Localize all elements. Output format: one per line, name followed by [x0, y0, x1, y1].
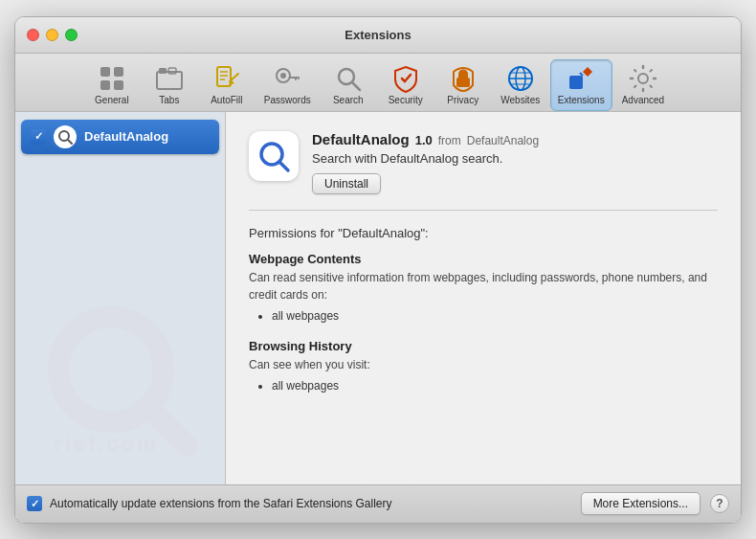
extension-version: 1.0 [415, 133, 433, 147]
websites-label: Websites [500, 95, 540, 105]
svg-rect-2 [100, 80, 110, 90]
svg-line-29 [68, 140, 72, 144]
svg-line-34 [279, 162, 288, 170]
extension-from: from [438, 134, 461, 147]
security-icon [390, 63, 421, 94]
svg-point-30 [58, 317, 164, 422]
toolbar-item-passwords[interactable]: Passwords [256, 59, 319, 111]
sidebar-item-defaultanalog[interactable]: DefaultAnalog [21, 120, 219, 154]
permission-name-history: Browsing History [249, 339, 718, 353]
auto-update-area: Automatically update extensions from the… [27, 496, 571, 511]
svg-line-31 [151, 410, 188, 446]
detail-panel: DefaultAnalog 1.0 from DefaultAnalog Sea… [226, 112, 741, 484]
svg-rect-0 [100, 67, 110, 77]
toolbar-item-security[interactable]: Security [378, 59, 434, 111]
toolbar-item-tabs[interactable]: Tabs [142, 59, 197, 111]
extension-name-sidebar: DefaultAnalog [84, 129, 168, 144]
svg-line-19 [405, 75, 411, 81]
content-area: DefaultAnalog rief.com [15, 112, 741, 484]
passwords-label: Passwords [264, 95, 311, 105]
extension-author: DefaultAnalog [467, 134, 539, 147]
extension-description: Search with DefaultAnalog search. [312, 151, 718, 166]
permission-desc-webpage: Can read sensitive information from webp… [249, 269, 718, 303]
bottom-bar: Automatically update extensions from the… [15, 484, 741, 523]
help-button[interactable]: ? [710, 494, 729, 513]
extension-full-name: DefaultAnalog [312, 131, 410, 147]
extension-title-row: DefaultAnalog 1.0 from DefaultAnalog [312, 131, 718, 147]
tabs-label: Tabs [159, 95, 179, 105]
passwords-icon [272, 63, 302, 94]
permission-group-history: Browsing History Can see when you visit:… [249, 339, 718, 395]
more-extensions-button[interactable]: More Extensions... [581, 492, 700, 515]
extensions-label: Extensions [558, 95, 605, 105]
svg-rect-7 [217, 67, 231, 86]
svg-rect-1 [114, 67, 123, 77]
sidebar-watermark: rief.com [25, 303, 215, 456]
window-controls [27, 29, 78, 41]
toolbar-item-advanced[interactable]: Advanced [614, 59, 672, 111]
svg-rect-20 [456, 78, 470, 87]
search-icon [333, 63, 364, 94]
general-icon [97, 63, 127, 94]
svg-rect-15 [298, 77, 300, 79]
permission-list-history: all webpages [249, 377, 718, 395]
toolbar-item-privacy[interactable]: Privacy [435, 59, 491, 111]
uninstall-button[interactable]: Uninstall [312, 173, 381, 194]
close-button[interactable] [27, 29, 39, 41]
titlebar: Extensions [15, 17, 741, 54]
toolbar-item-websites[interactable]: Websites [493, 59, 548, 111]
general-label: General [95, 95, 129, 105]
svg-rect-13 [289, 77, 299, 79]
permission-list-item: all webpages [272, 377, 718, 395]
permission-list-webpage: all webpages [249, 307, 718, 326]
search-label: Search [333, 95, 364, 105]
websites-icon [505, 63, 536, 94]
svg-line-17 [352, 82, 360, 90]
toolbar-item-extensions[interactable]: Extensions [550, 59, 612, 111]
permission-name-webpage: Webpage Contents [249, 252, 718, 266]
privacy-icon [448, 63, 478, 94]
maximize-button[interactable] [65, 29, 78, 41]
extension-info: DefaultAnalog 1.0 from DefaultAnalog Sea… [312, 131, 718, 194]
permission-desc-history: Can see when you visit: [249, 356, 718, 373]
minimize-button[interactable] [46, 29, 58, 41]
advanced-icon [628, 63, 658, 94]
divider [249, 210, 718, 211]
preferences-window: Extensions General T [14, 16, 742, 524]
toolbar-item-general[interactable]: General [84, 59, 140, 111]
svg-rect-26 [569, 76, 583, 89]
window-title: Extensions [345, 28, 411, 42]
svg-rect-5 [159, 68, 167, 74]
svg-point-27 [638, 74, 648, 83]
extension-icon [249, 131, 299, 181]
toolbar: General Tabs [15, 54, 741, 112]
svg-rect-3 [114, 80, 123, 90]
autofill-label: AutoFill [211, 95, 242, 105]
auto-update-label: Automatically update extensions from the… [50, 497, 392, 510]
tabs-icon [154, 63, 185, 94]
advanced-label: Advanced [622, 95, 664, 105]
permission-list-item: all webpages [272, 307, 718, 326]
sidebar: DefaultAnalog rief.com [15, 112, 226, 484]
toolbar-item-search[interactable]: Search [321, 59, 376, 111]
privacy-label: Privacy [447, 95, 478, 105]
autofill-icon [211, 63, 242, 94]
svg-text:rief.com: rief.com [54, 432, 159, 456]
extension-checkbox[interactable] [31, 129, 46, 145]
extension-header: DefaultAnalog 1.0 from DefaultAnalog Sea… [249, 131, 718, 194]
auto-update-checkbox[interactable] [27, 496, 42, 511]
extension-sidebar-icon [54, 125, 77, 148]
extensions-icon [566, 63, 596, 94]
svg-point-12 [280, 73, 286, 79]
permission-group-webpage: Webpage Contents Can read sensitive info… [249, 252, 718, 326]
permissions-title: Permissions for "DefaultAnalog": [249, 226, 718, 240]
security-label: Security [389, 95, 423, 105]
toolbar-item-autofill[interactable]: AutoFill [199, 59, 255, 111]
svg-rect-14 [295, 77, 297, 80]
